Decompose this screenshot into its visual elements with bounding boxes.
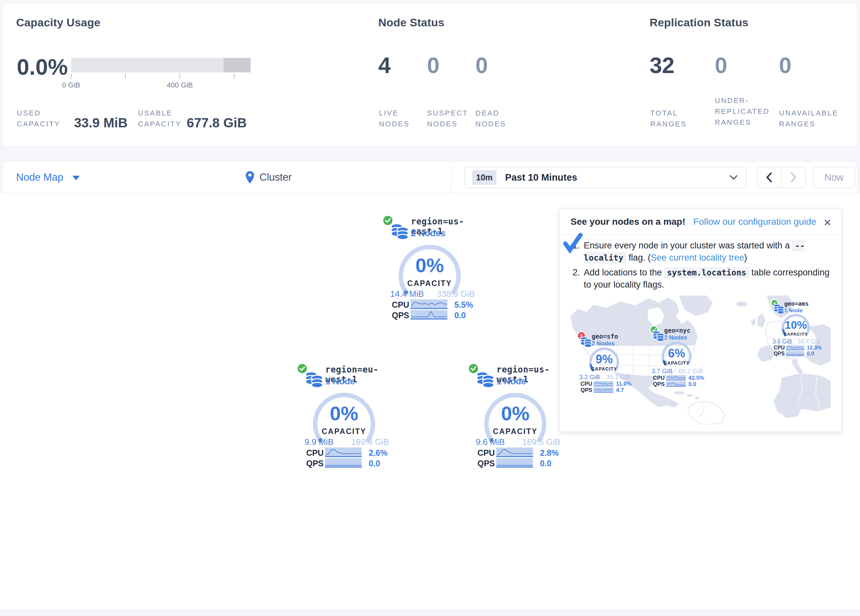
map-node-geo-ams[interactable]: geo=ams 1 Node 10% CAPACITY 3.6 GiB 34.4… — [769, 298, 821, 357]
map-toolbar: Node Map Cluster 10m Past 10 Minutes Now — [3, 161, 857, 193]
time-range-dropdown[interactable]: 10m Past 10 Minutes — [465, 167, 746, 188]
popup-instructions: 1. Ensure every node in your cluster was… — [573, 240, 833, 293]
capacity-label: CAPACITY — [482, 427, 548, 436]
cpu-label: CPU — [306, 448, 324, 458]
bottom-page-strip — [0, 610, 860, 616]
locality-tree-link[interactable]: See current locality tree — [651, 253, 744, 263]
used-capacity: 3.2 GiB — [579, 373, 600, 381]
cpu-label: CPU — [581, 381, 592, 387]
qps-label: QPS — [653, 381, 665, 388]
region-gauge-us-west-1[interactable]: region=us-west-1 1 Node 0% CAPACITY 9.6 … — [461, 362, 566, 474]
time-step-buttons — [757, 167, 806, 188]
capacity-tick-label-min: 0 GiB — [58, 81, 84, 89]
cpu-sparkline — [411, 299, 447, 309]
region-gauge-eu-west-1[interactable]: region=eu-west-1 1 Node 0% CAPACITY 9.9 … — [290, 362, 395, 474]
nodes-on-map-popup: See your nodes on a map! Follow our conf… — [559, 209, 841, 432]
capacity-bar-nonusable-segment — [224, 58, 251, 72]
live-nodes-value: 4 — [378, 54, 391, 76]
used-capacity: 9.9 MiB — [304, 437, 334, 447]
usable-capacity: 34.4 GiB — [798, 338, 821, 345]
used-capacity-label: USED CAPACITY — [17, 108, 73, 129]
cpu-label: CPU — [653, 375, 665, 381]
time-back-button[interactable] — [757, 167, 781, 188]
usable-capacity: 35.1 GiB — [606, 373, 631, 381]
qps-label: QPS — [392, 310, 409, 320]
dead-nodes-label: DEAD NODES — [476, 108, 518, 129]
database-nodes-icon — [390, 223, 409, 240]
total-ranges-value: 32 — [650, 54, 675, 76]
cpu-value: 2.6% — [369, 448, 388, 458]
view-selector-label: Node Map — [16, 171, 63, 183]
unavailable-ranges-label: UNAVAILABLE RANGES — [779, 108, 848, 129]
region-node-count: 2 Nodes — [411, 228, 446, 238]
locality-name: geo=ams — [784, 301, 809, 307]
usable-capacity: 169.4 GiB — [351, 437, 389, 447]
cpu-label: CPU — [392, 300, 409, 310]
step-text: Ensure every node in your cluster was st… — [584, 240, 833, 264]
qps-value: 0.0 — [807, 351, 814, 357]
suspect-nodes-value: 0 — [427, 54, 439, 76]
used-capacity-value: 33.9 MiB — [74, 116, 127, 130]
step-complete-check-icon — [562, 232, 584, 254]
time-range-badge: 10m — [472, 170, 496, 185]
map-node-geo-sfo[interactable]: 1 geo=sfo 2 Nodes 9% CAPACITY 3.2 GiB 35… — [576, 331, 632, 393]
qps-value: 4.7 — [616, 387, 624, 393]
cpu-sparkline — [786, 345, 804, 350]
usable-capacity: 169.5 GiB — [522, 437, 560, 447]
total-ranges-label: TOTAL RANGES — [650, 108, 693, 129]
dead-nodes-value: 0 — [476, 54, 488, 76]
capacity-tick — [125, 74, 126, 79]
qps-sparkline — [325, 458, 362, 468]
step-text: Add locations to the system.locations ta… — [584, 266, 833, 291]
qps-sparkline — [496, 458, 533, 468]
instruction-step-2: 2. Add locations to the system.locations… — [573, 266, 833, 291]
map-node-geo-nyc[interactable]: geo=nyc 2 Nodes 6% CAPACITY 3.7 GiB 65.7… — [648, 325, 704, 387]
cpu-sparkline — [325, 448, 362, 457]
cpu-value: 42.5% — [689, 375, 704, 381]
qps-label: QPS — [477, 459, 495, 468]
region-gauge-us-east-1[interactable]: region=us-east-1 2 Nodes 0% CAPACITY 14.… — [375, 214, 481, 326]
system-locations-code: system.locations — [664, 267, 749, 278]
qps-label: QPS — [774, 351, 785, 357]
cluster-summary-panel: Capacity Usage 0.0% 0 GiB 400 GiB USED C… — [3, 3, 857, 146]
qps-label: QPS — [581, 387, 592, 393]
capacity-usage-percent: 0.0% — [17, 56, 68, 78]
node-status-title: Node Status — [378, 16, 444, 29]
popup-header: See your nodes on a map! Follow our conf… — [559, 209, 841, 235]
capacity-label: CAPACITY — [588, 366, 621, 371]
cpu-label: CPU — [477, 448, 495, 458]
capacity-label: CAPACITY — [780, 331, 811, 336]
usable-capacity: 338.9 GiB — [436, 289, 475, 299]
now-button[interactable]: Now — [813, 167, 855, 188]
capacity-tick — [179, 74, 180, 79]
configuration-guide-link[interactable]: Follow our configuration guide — [694, 216, 816, 227]
qps-value: 0.0 — [454, 310, 466, 320]
cpu-value: 11.0% — [616, 381, 631, 387]
cpu-label: CPU — [774, 345, 785, 351]
toolbar-divider — [451, 161, 451, 193]
time-forward-button[interactable] — [781, 167, 806, 188]
qps-sparkline — [594, 387, 614, 393]
view-selector-dropdown[interactable]: Node Map — [16, 169, 80, 185]
locality-name: geo=nyc — [664, 327, 691, 334]
breadcrumb[interactable]: Cluster — [246, 169, 292, 186]
usable-capacity-value: 677.8 GiB — [187, 116, 246, 130]
capacity-percent: 0% — [482, 402, 548, 425]
close-icon[interactable]: ✕ — [821, 216, 834, 229]
instruction-step-1: 1. Ensure every node in your cluster was… — [573, 240, 833, 264]
step-number: 2. — [573, 266, 584, 291]
replication-status-title: Replication Status — [650, 16, 749, 29]
qps-sparkline — [411, 310, 447, 320]
capacity-label: CAPACITY — [660, 361, 693, 365]
capacity-label: CAPACITY — [311, 427, 377, 436]
mini-world-map: 1 geo=sfo 2 Nodes 9% CAPACITY 3.2 GiB 35… — [571, 296, 831, 424]
cpu-sparkline — [496, 448, 533, 457]
capacity-usage-section: Capacity Usage — [16, 16, 100, 29]
used-capacity: 3.6 GiB — [772, 338, 792, 345]
capacity-usage-title: Capacity Usage — [16, 16, 100, 29]
under-replicated-ranges-label: UNDER-REPLICATED RANGES — [715, 95, 781, 128]
qps-sparkline — [666, 381, 686, 387]
capacity-percent: 9% — [588, 353, 621, 366]
cpu-sparkline — [594, 381, 614, 386]
cpu-value: 12.3% — [807, 345, 821, 351]
